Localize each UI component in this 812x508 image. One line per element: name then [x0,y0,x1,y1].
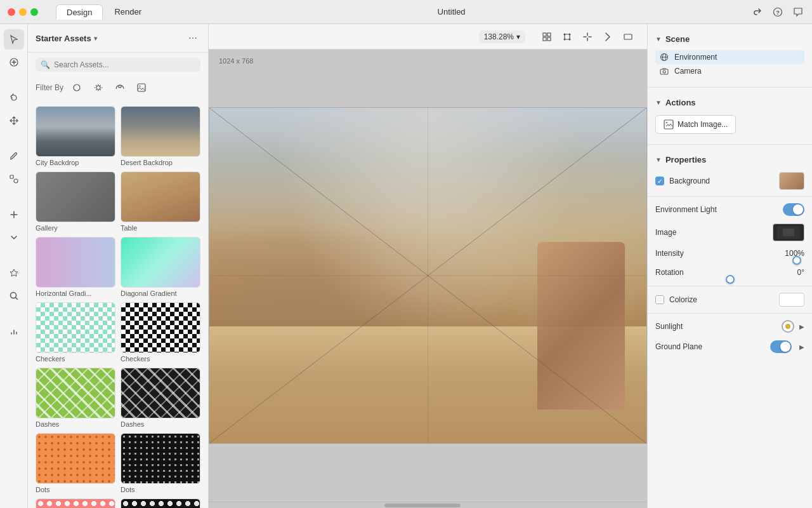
close-button[interactable] [8,8,15,16]
canvas-tools [538,28,637,46]
sunlight-arrow-icon[interactable]: ▶ [799,323,804,330]
search-input[interactable] [54,60,195,69]
actions-title: Actions [665,98,696,107]
assets-grid-toggle[interactable]: ⋯ [185,30,200,46]
colorize-color-box[interactable] [779,293,804,307]
properties-title: Properties [665,155,706,164]
colorize-checkbox[interactable] [655,295,664,304]
asset-polka-pink[interactable]: Polka Dots [36,498,115,508]
traffic-lights [8,8,38,16]
asset-gallery[interactable]: Gallery [36,171,115,232]
match-image-label: Match Image... [678,120,728,129]
tool-rotate[interactable] [4,88,24,108]
asset-dashes-dark[interactable]: Dashes [121,368,200,428]
tool-down-arrow[interactable] [4,227,24,248]
svg-point-17 [569,38,571,40]
tool-select[interactable] [4,29,24,50]
tool-move-arrows[interactable] [4,204,24,225]
canvas-transform-btn[interactable] [558,28,576,46]
zoom-control[interactable]: 138.28% ▾ [479,30,525,43]
tool-shapes[interactable] [4,169,24,189]
assets-grid: City Backdrop Desert Backdrop Gallery Ta… [36,106,200,508]
canvas-arrow-btn[interactable] [599,28,617,46]
properties-section-header[interactable]: ▼ Properties [648,151,812,168]
filter-images-btn[interactable] [133,79,150,96]
rotation-value: 0° [797,268,804,277]
canvas-viewport[interactable]: 1024 x 768 [209,50,647,502]
filter-label: Filter By [36,83,63,92]
asset-city-backdrop[interactable]: City Backdrop [36,106,115,166]
assets-scroll: City Backdrop Desert Backdrop Gallery Ta… [28,101,208,508]
environment-light-knob [793,204,803,215]
canvas-view-btn[interactable] [619,28,637,46]
asset-dots-orange[interactable]: Dots [36,433,115,493]
canvas-grid-btn[interactable] [538,28,556,46]
share-icon[interactable] [751,6,764,18]
asset-checkers-dark[interactable]: Checkers [121,302,200,363]
scene-title: Scene [665,34,690,44]
tab-design[interactable]: Design [56,4,103,20]
actions-section: ▼ Actions Match Image... [648,88,812,145]
ground-plane-toggle[interactable] [770,340,792,353]
help-icon[interactable]: ? [771,6,784,18]
assets-title[interactable]: Starter Assets ▾ [36,34,97,43]
tool-material[interactable] [4,263,24,283]
zoom-value: 138.28% [484,32,514,41]
svg-point-6 [74,84,80,91]
asset-label-hgrad: Horizontal Gradi... [36,290,115,297]
scene-item-camera[interactable]: Camera [655,64,804,78]
chat-icon[interactable] [792,6,804,18]
maximize-button[interactable] [30,8,38,16]
asset-label-dashes-dark: Dashes [121,420,200,428]
svg-point-15 [569,33,571,35]
tool-move[interactable] [4,110,24,131]
scene-item-environment[interactable]: Environment [655,50,804,64]
asset-thumb-dots-dark [121,433,200,484]
svg-rect-10 [543,33,546,36]
tool-search[interactable] [4,286,24,306]
rotation-thumb[interactable] [726,275,735,284]
svg-point-4 [14,179,18,183]
asset-dots-dark[interactable]: Dots [121,433,200,493]
filter-environments-btn[interactable] [112,79,128,96]
sunlight-toggle[interactable] [782,320,794,333]
actions-section-header[interactable]: ▼ Actions [648,94,812,111]
tool-settings[interactable] [4,321,24,342]
canvas-scrollbar-h[interactable] [209,502,647,508]
properties-caret-icon: ▼ [655,156,662,163]
scene-section-header[interactable]: ▼ Scene [648,30,812,48]
asset-thumb-checkers-light [36,302,115,353]
ground-plane-arrow-icon[interactable]: ▶ [799,344,804,351]
asset-thumb-hgrad [36,237,115,288]
svg-point-7 [119,85,121,88]
assets-header: Starter Assets ▾ ⋯ [28,24,208,53]
filter-bar: Filter By [28,77,208,101]
asset-horizontal-grad[interactable]: Horizontal Gradi... [36,237,115,297]
asset-label-dots-dark: Dots [121,486,200,493]
tool-pen[interactable] [4,146,24,166]
asset-polka-dark[interactable]: Polka Dots [121,498,200,508]
asset-desert-backdrop[interactable]: Desert Backdrop [121,106,200,166]
background-checkbox[interactable]: ✓ [655,177,664,185]
tool-add[interactable] [4,52,24,72]
match-image-button[interactable]: Match Image... [655,115,736,134]
image-row: Image [648,220,812,245]
svg-rect-12 [543,37,546,41]
image-thumbnail[interactable] [773,224,804,241]
minimize-button[interactable] [19,8,27,16]
intensity-thumb[interactable] [792,256,801,265]
asset-diagonal-grad[interactable]: Diagonal Gradient [121,237,200,297]
canvas-snap-btn[interactable] [579,28,596,46]
filter-lights-btn[interactable] [90,79,107,96]
environment-light-toggle[interactable] [783,203,804,216]
asset-dashes-green[interactable]: Dashes [36,368,115,428]
window-title: Untitled [157,7,746,17]
asset-checkers-light[interactable]: Checkers [36,302,115,363]
filter-objects-btn[interactable] [69,79,85,96]
tab-render[interactable]: Render [104,4,152,20]
svg-point-16 [564,38,566,40]
ground-plane-label: Ground Plane [655,342,765,351]
camera-icon [659,66,669,76]
asset-table[interactable]: Table [121,171,200,232]
background-thumbnail[interactable] [779,172,804,190]
